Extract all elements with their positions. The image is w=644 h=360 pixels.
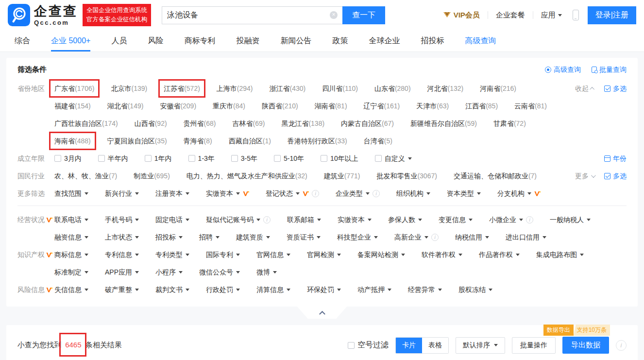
view-table-button[interactable]: 表格 [422, 338, 448, 353]
dropdown-filter[interactable]: 小程序 [155, 267, 183, 277]
dropdown-filter[interactable]: 标准制定 [54, 267, 88, 277]
dropdown-filter[interactable]: 实缴资本 [338, 214, 372, 225]
checkbox[interactable] [231, 155, 238, 162]
dropdown-filter[interactable]: 环保处罚 [307, 284, 341, 295]
view-card-button[interactable]: 卡片 [396, 338, 422, 353]
dropdown-filter[interactable]: 疑似代记账号码 [206, 214, 271, 225]
batch-actions-button[interactable]: 批量操作 [512, 337, 556, 354]
province-item[interactable]: 西藏自治区(1) [229, 136, 271, 146]
dropdown-filter[interactable]: 清算信息 [256, 284, 290, 295]
province-item[interactable]: 云南省(81) [514, 101, 547, 111]
tab[interactable]: 商标专利 [184, 30, 215, 51]
clear-icon[interactable] [330, 11, 338, 19]
industry-item[interactable]: 建筑业(771) [324, 171, 360, 181]
empty-number-filter[interactable]: 空号过滤 [348, 340, 389, 350]
province-item[interactable]: 北京市(139) [111, 83, 147, 94]
checkbox[interactable] [54, 155, 61, 162]
province-item[interactable]: 天津市(63) [416, 101, 449, 111]
tab[interactable]: 风险 [148, 30, 163, 51]
tab[interactable]: 招投标 [421, 30, 444, 51]
dropdown-filter[interactable]: 经营异常 [408, 284, 442, 295]
province-item[interactable]: 山东省(280) [374, 83, 411, 94]
province-item[interactable]: 江苏省(572) [164, 83, 200, 94]
dropdown-filter[interactable]: 分支机构 [497, 188, 541, 199]
dropdown-filter[interactable]: 实缴资本 [206, 188, 249, 199]
phone-icon[interactable] [573, 10, 579, 20]
province-item[interactable]: 黑龙江省(138) [281, 118, 324, 129]
industry-item[interactable]: 交通运输、仓储和邮政业(7) [454, 171, 537, 181]
dropdown-filter[interactable]: 小微企业 [489, 214, 533, 225]
province-item[interactable]: 河南省(216) [480, 83, 516, 94]
province-item[interactable]: 海南省(488) [54, 136, 91, 146]
dropdown-filter[interactable]: 变更信息 [439, 214, 473, 225]
dropdown-filter[interactable]: 联系电话 [54, 214, 88, 225]
dropdown-filter[interactable]: 一般纳税人 [550, 214, 591, 225]
founded-checkbox-item[interactable]: 自定义 [375, 153, 412, 164]
industry-item[interactable]: 农、林、牧、渔业(7) [54, 171, 117, 181]
checkbox[interactable] [98, 155, 105, 162]
founded-checkbox-item[interactable]: 10年以上 [321, 153, 358, 164]
dropdown-filter[interactable]: 官网信息 [256, 249, 290, 260]
dropdown-filter[interactable]: 手机号码 [105, 214, 139, 225]
province-item[interactable]: 重庆市(84) [213, 101, 245, 111]
industry-item[interactable]: 电力、热力、燃气及水生产和供应业(32) [186, 171, 307, 181]
province-item[interactable]: 吉林省(69) [233, 118, 265, 129]
login-register-button[interactable]: 登录|注册 [588, 6, 636, 24]
checkbox[interactable] [321, 155, 327, 162]
tab[interactable]: 企业 5000+ [51, 30, 90, 51]
panel-collapse-tab[interactable] [297, 306, 347, 319]
search-box[interactable] [162, 6, 342, 24]
dropdown-filter[interactable]: 资质证书 [287, 232, 321, 242]
industry-more-link[interactable]: 更多 [575, 171, 594, 181]
dropdown-filter[interactable]: 新兴行业 [105, 188, 139, 199]
province-item[interactable]: 青海省(8) [184, 136, 212, 146]
dropdown-filter[interactable]: 专利类型 [155, 249, 189, 260]
dropdown-filter[interactable]: 查找范围 [54, 188, 88, 199]
checkbox[interactable] [145, 155, 152, 162]
region-multi-select[interactable]: 多选 [604, 83, 627, 94]
province-item[interactable]: 山西省(92) [135, 118, 167, 129]
tab[interactable]: 全球企业 [369, 30, 400, 51]
advanced-query-link[interactable]: 高级查询 [545, 66, 581, 74]
checkbox[interactable] [274, 155, 281, 162]
dropdown-filter[interactable]: 股权冻结 [458, 284, 492, 295]
tab[interactable]: 综合 [15, 30, 30, 51]
dropdown-filter[interactable]: 商标信息 [54, 249, 88, 260]
packages-link[interactable]: 企业套餐 [496, 11, 525, 20]
dropdown-filter[interactable]: 破产重整 [105, 284, 139, 295]
founded-checkbox-item[interactable]: 1年内 [145, 153, 172, 164]
checkbox[interactable] [375, 155, 382, 162]
qcc-logo[interactable]: 企查查 Qcc.com [8, 4, 78, 26]
province-item[interactable]: 湖北省(149) [107, 101, 144, 111]
tab[interactable]: 高级查询 [465, 30, 496, 51]
dropdown-filter[interactable]: 融资信息 [54, 232, 88, 242]
dropdown-filter[interactable]: 备案网站检测 [357, 249, 405, 260]
province-item[interactable]: 甘肃省(72) [493, 118, 526, 129]
industry-multi-select[interactable]: 多选 [604, 171, 627, 181]
dropdown-filter[interactable]: 微信公众号 [199, 267, 240, 277]
province-item[interactable]: 湖南省(81) [315, 101, 347, 111]
dropdown-filter[interactable]: 动产抵押 [357, 284, 391, 295]
checkbox[interactable] [348, 342, 355, 349]
dropdown-filter[interactable]: 资本类型 [447, 188, 481, 199]
province-item[interactable]: 宁夏回族自治区(35) [107, 136, 167, 146]
vip-link[interactable]: VIP会员 [443, 11, 480, 20]
dropdown-filter[interactable]: 作品著作权 [479, 249, 520, 260]
dropdown-filter[interactable]: 招投标 [155, 232, 183, 242]
dropdown-filter[interactable]: 失信信息 [54, 284, 88, 295]
dropdown-filter[interactable]: 专利信息 [105, 249, 139, 260]
dropdown-filter[interactable]: 联系邮箱 [287, 214, 321, 225]
dropdown-filter[interactable]: 高新企业 [394, 232, 439, 242]
dropdown-filter[interactable]: 集成电路布图 [536, 249, 584, 260]
checkbox[interactable] [188, 155, 195, 162]
founded-checkbox-item[interactable]: 1-3年 [188, 153, 215, 164]
dropdown-filter[interactable]: 裁判文书 [155, 284, 189, 295]
tab[interactable]: 人员 [111, 30, 127, 51]
year-picker-link[interactable]: 年份 [604, 153, 627, 164]
dropdown-filter[interactable]: 纳税信用 [455, 232, 489, 242]
search-input[interactable] [167, 11, 330, 19]
province-item[interactable]: 内蒙古自治区(67) [341, 118, 394, 129]
dropdown-filter[interactable]: 参保人数 [388, 214, 422, 225]
province-item[interactable]: 广东省(1706) [54, 83, 94, 94]
dropdown-filter[interactable]: 进出口信用 [506, 232, 546, 242]
